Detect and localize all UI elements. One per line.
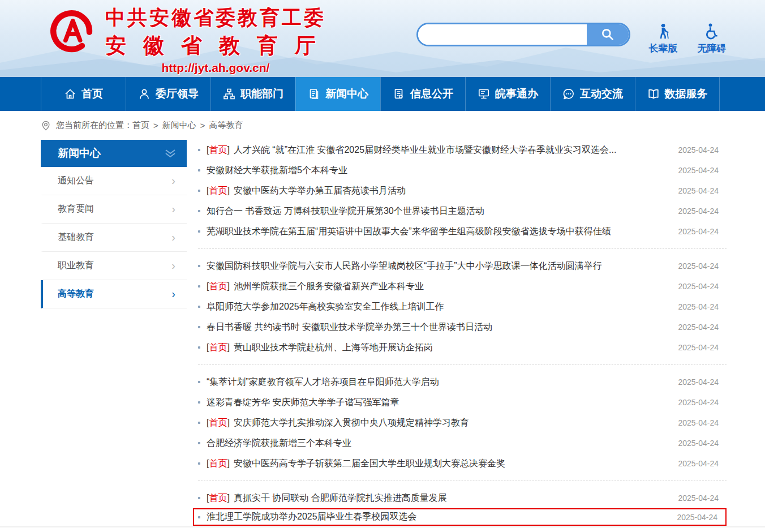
- news-link[interactable]: 人才兴皖 “就”在江淮 安徽省2025届财经类毕业生就业市场暨安徽财经大学春季就…: [234, 144, 664, 156]
- news-link[interactable]: 池州学院获批三个服务安徽省新兴产业本科专业: [234, 281, 664, 293]
- bullet-icon: [198, 230, 200, 233]
- news-tag: [首页]: [207, 417, 230, 429]
- breadcrumb-separator: >: [200, 121, 205, 130]
- footer-strip: [0, 526, 765, 527]
- sidebar-title: 新闻中心: [58, 146, 101, 161]
- computer-icon: [478, 88, 490, 100]
- news-date: 2025-04-24: [678, 459, 727, 468]
- sidebar-item-label: 高等教育: [58, 288, 94, 300]
- news-date: 2025-04-24: [678, 186, 727, 195]
- news-tag: [首页]: [207, 281, 230, 293]
- news-date: 2025-04-24: [678, 439, 727, 448]
- news-link[interactable]: 安徽中医药大学举办第五届杏苑读书月活动: [234, 185, 664, 197]
- news-item: 芜湖职业技术学院在第五届“用英语讲中国故事大会”来华留学生组高级阶段安徽省选拔专…: [198, 221, 727, 242]
- nav-item-label: 互动交流: [580, 87, 623, 101]
- nav-item-services[interactable]: 皖事通办: [465, 77, 550, 111]
- bullet-icon: [198, 169, 200, 171]
- news-date: 2025-04-24: [677, 513, 725, 522]
- bullet-icon: [198, 516, 200, 518]
- nav-item-interaction[interactable]: 互动交流: [550, 77, 635, 111]
- news-item: [首页] 黄山职业技术学院赴杭州、上海等地开展访企拓岗 2025-04-24: [198, 337, 727, 358]
- news-link[interactable]: 安庆师范大学扎实推动深入贯彻中央八项规定精神学习教育: [234, 417, 664, 429]
- sidebar-item-label: 通知公告: [58, 175, 94, 187]
- news-date: 2025-04-24: [678, 282, 727, 291]
- home-icon: [64, 88, 76, 100]
- nav-item-info-disclosure[interactable]: 信息公开: [380, 77, 465, 111]
- news-date: 2025-04-24: [678, 418, 727, 427]
- news-item: [首页] 安徽中医药高专学子斩获第二届全国大学生职业规划大赛总决赛金奖 2025…: [198, 453, 727, 474]
- nav-item-news-center[interactable]: 新闻中心: [295, 77, 380, 111]
- chat-icon: [562, 88, 575, 100]
- news-link[interactable]: 安徽中医药高专学子斩获第二届全国大学生职业规划大赛总决赛金奖: [234, 458, 664, 470]
- search-bar: [416, 23, 630, 46]
- news-tag: [首页]: [207, 492, 230, 504]
- bullet-icon: [198, 497, 200, 499]
- search-icon: [600, 27, 615, 42]
- news-date: 2025-04-24: [678, 207, 727, 216]
- news-tag: [首页]: [207, 342, 230, 354]
- sidebar: 新闻中心 通知公告 › 教育要闻 › 基础教育 › 职业教育 › 高等教育 ›: [41, 140, 187, 526]
- sidebar-item-notices[interactable]: 通知公告 ›: [41, 167, 187, 195]
- news-link[interactable]: 知行合一 书香致远 万博科技职业学院开展第30个世界读书日主题活动: [207, 205, 664, 217]
- news-link[interactable]: “集萃计划”家庭教育领军人才培养项目在阜阳师范大学启动: [207, 376, 664, 388]
- nav-item-departments[interactable]: 职能部门: [210, 77, 295, 111]
- bullet-icon: [198, 346, 200, 349]
- news-tag: [首页]: [207, 458, 230, 470]
- nav-item-label: 皖事通办: [495, 87, 538, 101]
- news-list: [首页] 人才兴皖 “就”在江淮 安徽省2025届财经类毕业生就业市场暨安徽财经…: [198, 140, 727, 526]
- news-item: [首页] 安徽中医药大学举办第五届杏苑读书月活动 2025-04-24: [198, 181, 727, 201]
- elder-version-link[interactable]: 长辈版: [647, 20, 679, 55]
- bullet-icon: [198, 265, 200, 267]
- nav-item-label: 委厅领导: [156, 87, 199, 101]
- site-header: 中共安徽省委教育工委 安徽省教育厅 http://jyt.ah.gov.cn/ …: [0, 0, 765, 77]
- sidebar-item-education-news[interactable]: 教育要闻 ›: [41, 195, 187, 224]
- news-item: 春日书香暖 共约读书时 安徽职业技术学院举办第三十个世界读书日活动 2025-0…: [198, 317, 727, 337]
- nav-item-leadership[interactable]: 委厅领导: [126, 77, 210, 111]
- breadcrumb-prefix: 您当前所在的位置：: [56, 120, 132, 131]
- news-date: 2025-04-24: [678, 398, 727, 407]
- org-chart-icon: [223, 88, 235, 100]
- location-pin-icon: [41, 121, 51, 131]
- news-item: 知行合一 书香致远 万博科技职业学院开展第30个世界读书日主题活动 2025-0…: [198, 201, 727, 221]
- news-date: 2025-04-24: [678, 494, 727, 503]
- quick-link-label: 长辈版: [649, 42, 678, 55]
- news-link[interactable]: 黄山职业技术学院赴杭州、上海等地开展访企拓岗: [234, 342, 664, 354]
- news-item: 淮北理工学院成功举办2025届毕业生春季校园双选会 2025-04-24: [193, 508, 727, 526]
- search-input[interactable]: [418, 24, 587, 45]
- news-link[interactable]: 春日书香暖 共约读书时 安徽职业技术学院举办第三十个世界读书日活动: [207, 321, 664, 333]
- sidebar-item-basic-education[interactable]: 基础教育 ›: [41, 224, 187, 252]
- group-separator: [198, 480, 727, 481]
- search-button[interactable]: [587, 24, 629, 45]
- news-link[interactable]: 阜阳师范大学参加2025年高校实验室安全工作线上培训工作: [207, 301, 664, 313]
- news-link[interactable]: 芜湖职业技术学院在第五届“用英语讲中国故事大会”来华留学生组高级阶段安徽省选拔专…: [207, 226, 664, 238]
- news-tag: [首页]: [207, 144, 230, 156]
- news-link[interactable]: 安徽财经大学获批新增5个本科专业: [207, 165, 664, 177]
- sidebar-item-higher-education[interactable]: 高等教育 ›: [41, 280, 187, 308]
- sidebar-item-vocational-education[interactable]: 职业教育 ›: [41, 252, 187, 280]
- wheelchair-icon: [703, 20, 720, 40]
- nav-item-data-services[interactable]: 数据服务: [635, 77, 720, 111]
- news-link[interactable]: 迷彩青春绽芳华 安庆师范大学学子谱写强军篇章: [207, 397, 664, 409]
- news-item: 迷彩青春绽芳华 安庆师范大学学子谱写强军篇章 2025-04-24: [198, 392, 727, 413]
- news-link[interactable]: 淮北理工学院成功举办2025届毕业生春季校园双选会: [207, 511, 663, 523]
- group-separator: [198, 364, 727, 365]
- news-icon: [308, 88, 320, 100]
- news-item: 安徽财经大学获批新增5个本科专业 2025-04-24: [198, 160, 727, 181]
- sidebar-item-label: 职业教育: [58, 260, 94, 272]
- news-item: [首页] 人才兴皖 “就”在江淮 安徽省2025届财经类毕业生就业市场暨安徽财经…: [198, 140, 727, 160]
- breadcrumb-link[interactable]: 首页: [132, 120, 149, 131]
- nav-item-label: 首页: [81, 87, 103, 101]
- breadcrumb-separator: >: [153, 121, 158, 130]
- accessibility-link[interactable]: 无障碍: [696, 20, 728, 55]
- chevron-double-down-icon: [164, 149, 177, 158]
- breadcrumb: 您当前所在的位置： 首页>新闻中心>高等教育: [41, 111, 765, 138]
- chevron-right-icon: ›: [171, 231, 175, 244]
- news-item: 安徽国防科技职业学院与六安市人民路小学望城岗校区“手拉手”大中小学思政课一体化活…: [198, 256, 727, 276]
- news-link[interactable]: 安徽国防科技职业学院与六安市人民路小学望城岗校区“手拉手”大中小学思政课一体化活…: [207, 260, 664, 272]
- news-link[interactable]: 合肥经济学院获批新增三个本科专业: [207, 437, 664, 449]
- breadcrumb-link[interactable]: 新闻中心: [162, 120, 196, 131]
- news-link[interactable]: 真抓实干 协同联动 合肥师范学院扎实推进高质量发展: [234, 492, 664, 504]
- news-item: 合肥经济学院获批新增三个本科专业 2025-04-24: [198, 433, 727, 453]
- breadcrumb-link[interactable]: 高等教育: [209, 120, 243, 131]
- nav-item-home[interactable]: 首页: [41, 77, 126, 111]
